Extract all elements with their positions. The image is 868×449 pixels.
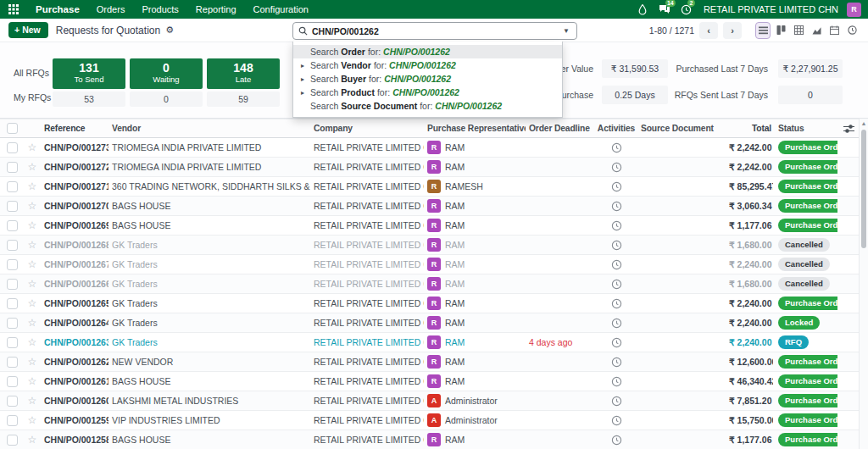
table-row[interactable]: ☆ CHN/PO/001265 GK Traders RETAIL PRIVAT… [0, 294, 868, 313]
droplet-icon[interactable] [636, 3, 649, 16]
activity-clock-icon[interactable] [595, 162, 637, 173]
new-button[interactable]: + New [8, 22, 48, 38]
activity-clock-icon[interactable] [595, 415, 637, 426]
kpi-late[interactable]: 148Late [207, 58, 280, 89]
suggestion-source-document[interactable]: SearchSource Documentfor:CHN/PO/001262 [293, 99, 562, 113]
favorite-star-icon[interactable]: ☆ [24, 216, 41, 236]
favorite-star-icon[interactable]: ☆ [24, 255, 41, 274]
col-header-order-deadline[interactable]: Order Deadline [526, 124, 595, 133]
table-row[interactable]: ☆ CHN/PO/001264 GK Traders RETAIL PRIVAT… [0, 313, 868, 333]
col-header-vendor[interactable]: Vendor [108, 124, 310, 133]
activity-clock-icon[interactable] [595, 357, 637, 368]
row-checkbox[interactable] [7, 415, 18, 426]
activity-clock-icon[interactable] [595, 220, 637, 231]
calendar-view-button[interactable] [826, 22, 842, 39]
favorite-star-icon[interactable]: ☆ [24, 294, 41, 313]
pager-next-button[interactable]: › [723, 22, 742, 39]
row-checkbox[interactable] [7, 298, 18, 309]
favorite-star-icon[interactable]: ☆ [24, 333, 41, 352]
search-bar[interactable]: CHN/PO/001262 ▼ [292, 22, 577, 40]
activity-clock-icon[interactable] [595, 337, 637, 348]
expand-icon[interactable]: ▸ [301, 75, 304, 83]
row-checkbox[interactable] [7, 318, 18, 329]
kpi-my-late[interactable]: 59 [207, 91, 280, 107]
table-row[interactable]: ☆ CHN/PO/001266 GK Traders RETAIL PRIVAT… [0, 274, 868, 294]
kpi-waiting[interactable]: 0Waiting [130, 58, 203, 89]
table-row[interactable]: ☆ CHN/PO/001262 NEW VENDOR RETAIL PRIVAT… [0, 352, 868, 372]
activity-clock-icon[interactable] [595, 240, 637, 251]
company-name[interactable]: RETAIL PRIVATE LIMITED CHN [704, 4, 838, 14]
row-checkbox[interactable] [7, 162, 18, 173]
suggestion-product[interactable]: ▸ SearchProductfor:CHN/PO/001262 [293, 86, 562, 99]
col-header-reference[interactable]: Reference [41, 124, 108, 133]
expand-icon[interactable]: ▸ [301, 62, 304, 69]
table-row[interactable]: ☆ CHN/PO/001267 GK Traders RETAIL PRIVAT… [0, 255, 868, 274]
col-header-purchase-representative[interactable]: Purchase Representative [424, 124, 526, 133]
purchased-last-7-days[interactable]: ₹ 2,27,901.25 [778, 59, 843, 78]
kpi-my-waiting[interactable]: 0 [130, 91, 203, 107]
pager-prev-button[interactable]: ‹ [699, 22, 718, 39]
gear-icon[interactable]: ⚙ [165, 25, 174, 36]
menu-purchase[interactable]: Purchase [29, 0, 86, 19]
row-checkbox[interactable] [7, 240, 18, 251]
graph-view-button[interactable] [809, 22, 824, 39]
table-row[interactable]: ☆ CHN/PO/001272 TRIOMEGA INDIA PRIVATE L… [0, 158, 868, 177]
favorite-star-icon[interactable]: ☆ [24, 411, 41, 430]
table-row[interactable]: ☆ CHN/PO/001258 BAGS HOUSE RETAIL PRIVAT… [0, 430, 868, 449]
kpi-my-to-send[interactable]: 53 [53, 91, 125, 107]
table-row[interactable]: ☆ CHN/PO/001271 360 TRADING NETWORK, SID… [0, 177, 868, 197]
table-row[interactable]: ☆ CHN/PO/001263 GK Traders RETAIL PRIVAT… [0, 333, 868, 352]
avg-days-to-purchase[interactable]: 0.25 Days [602, 86, 668, 104]
row-checkbox[interactable] [7, 435, 18, 446]
favorite-star-icon[interactable]: ☆ [24, 313, 41, 333]
activity-clock-icon[interactable] [595, 376, 637, 387]
table-row[interactable]: ☆ CHN/PO/001268 GK Traders RETAIL PRIVAT… [0, 236, 868, 255]
avg-order-value[interactable]: ₹ 31,590.53 [602, 59, 668, 78]
row-checkbox[interactable] [7, 220, 18, 231]
kanban-view-button[interactable] [773, 22, 788, 39]
col-header-activities[interactable]: Activities [595, 124, 637, 133]
row-checkbox[interactable] [7, 201, 18, 212]
apps-grid-icon[interactable] [7, 3, 20, 16]
scroll-up-arrow-icon[interactable]: ▲ [860, 119, 868, 129]
kpi-to-send[interactable]: 131To Send [53, 58, 125, 89]
favorite-star-icon[interactable]: ☆ [24, 138, 41, 158]
activity-clock-icon[interactable] [595, 259, 637, 270]
suggestion-buyer[interactable]: ▸ SearchBuyerfor:CHN/PO/001262 [293, 72, 562, 86]
col-header-source-document[interactable]: Source Document [637, 124, 726, 133]
select-all-checkbox[interactable] [7, 123, 18, 134]
row-checkbox[interactable] [7, 142, 18, 153]
row-checkbox[interactable] [7, 181, 18, 192]
menu-reporting[interactable]: Reporting [189, 0, 243, 19]
expand-icon[interactable]: ▸ [301, 89, 304, 97]
user-avatar[interactable]: R [847, 3, 861, 17]
activity-clock-icon[interactable] [595, 435, 637, 446]
activity-clock-icon[interactable] [595, 201, 637, 212]
activity-clock-icon[interactable] [595, 142, 637, 153]
messages-icon[interactable]: 14 [658, 3, 671, 16]
col-header-status[interactable]: Status [773, 124, 837, 133]
search-dropdown-caret-icon[interactable]: ▼ [561, 27, 571, 35]
activity-clock-icon[interactable] [595, 279, 637, 290]
activity-clock-icon[interactable] [595, 318, 637, 329]
col-header-total[interactable]: Total [726, 124, 773, 133]
pivot-view-button[interactable] [791, 22, 806, 39]
favorite-star-icon[interactable]: ☆ [24, 158, 41, 177]
row-checkbox[interactable] [7, 337, 18, 348]
scrollbar-thumb[interactable] [861, 130, 866, 248]
suggestion-vendor[interactable]: ▸ SearchVendorfor:CHN/PO/001262 [293, 58, 562, 72]
activity-clock-icon[interactable] [595, 181, 637, 192]
activities-clock-icon[interactable]: 2 [680, 3, 693, 16]
col-header-company[interactable]: Company [310, 124, 424, 133]
favorite-star-icon[interactable]: ☆ [24, 274, 41, 294]
table-row[interactable]: ☆ CHN/PO/001270 BAGS HOUSE RETAIL PRIVAT… [0, 197, 868, 216]
row-checkbox[interactable] [7, 357, 18, 368]
activity-view-button[interactable] [844, 22, 860, 39]
list-view-button[interactable] [755, 22, 771, 39]
table-row[interactable]: ☆ CHN/PO/001273 TRIOMEGA INDIA PRIVATE L… [0, 138, 868, 158]
search-input[interactable]: CHN/PO/001262 [312, 26, 557, 36]
activity-clock-icon[interactable] [595, 396, 637, 407]
table-row[interactable]: ☆ CHN/PO/001269 BAGS HOUSE RETAIL PRIVAT… [0, 216, 868, 236]
menu-configuration[interactable]: Configuration [247, 0, 315, 19]
row-checkbox[interactable] [7, 396, 18, 407]
